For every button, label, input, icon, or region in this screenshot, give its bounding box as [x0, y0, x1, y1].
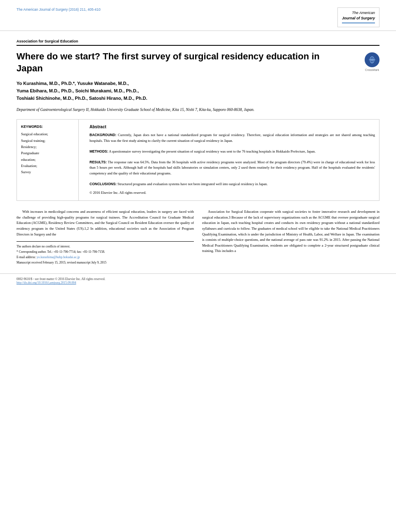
section-label: Association for Surgical Education [16, 39, 380, 46]
email-link[interactable]: yo.kurashima@huhp.hokudai.ac.jp [37, 255, 80, 259]
main-content: Association for Surgical Education Where… [0, 31, 396, 273]
email-line: E-mail address: yo.kurashima@huhp.hokuda… [16, 255, 194, 260]
body-right-text: Association for Surgical Education coope… [202, 209, 380, 254]
background-text: Currently, Japan does not have a nationa… [90, 133, 375, 142]
keyword-1: Surgical education; [21, 131, 74, 137]
methods-label: METHODS: [90, 149, 108, 153]
authors-line1: Yo Kurashima, M.D., Ph.D.*, Yusuke Watan… [16, 80, 380, 87]
keywords-abstract-box: KEYWORDS: Surgical education; Surgical t… [16, 119, 380, 201]
background-label: BACKGROUND: [90, 133, 116, 137]
results-text: The response rate was 64.5%. Data from t… [90, 160, 375, 175]
body-left-text: With increases in medicolegal concerns a… [16, 209, 194, 237]
keyword-2: Surgical training; [21, 138, 74, 144]
received-line: Manuscript received February 15, 2015; r… [16, 260, 194, 266]
abstract-methods: METHODS: A questionnaire survey investig… [90, 149, 316, 153]
methods-text: A questionnaire survey investigating the… [109, 149, 316, 153]
conclusions-text: Structured programs and evaluation syste… [118, 182, 268, 186]
abstract-conclusions: CONCLUSIONS: Structured programs and eva… [90, 182, 268, 186]
keyword-7: Survey [21, 169, 74, 175]
results-label: RESULTS: [90, 160, 107, 164]
crossmark[interactable]: CrossMark [365, 52, 380, 71]
conclusions-label: CONCLUSIONS: [90, 182, 117, 186]
body-left-col: With increases in medicolegal concerns a… [16, 209, 194, 265]
keywords-list: Surgical education; Surgical training; R… [21, 131, 74, 175]
body-right-col: Association for Surgical Education coope… [202, 209, 380, 265]
copyright-line: © 2016 Elsevier Inc. All rights reserved… [90, 190, 375, 195]
article-title: Where do we start? The first survey of s… [16, 51, 330, 74]
logo-line1: The American [342, 10, 375, 16]
email-label: E-mail address: [16, 255, 36, 259]
bottom-strip: 0002-9610/$ - see front matter © 2016 El… [0, 273, 396, 288]
logo-bottom [342, 22, 375, 24]
abstract-text: BACKGROUND: Currently, Japan does not ha… [90, 132, 375, 195]
conflict-statement: The authors declare no conflicts of inte… [16, 244, 194, 250]
crossmark-icon[interactable] [365, 52, 380, 67]
abstract-title: Abstract [90, 125, 375, 129]
logo-line2: Journal of Surgery [342, 16, 375, 21]
doi-link[interactable]: http://dx.doi.org/10.1016/j.amjsurg.2015… [16, 281, 380, 285]
affiliation: Department of Gastroenterological Surger… [16, 107, 380, 113]
title-area: Where do we start? The first survey of s… [16, 51, 380, 74]
journal-citation: The American Journal of Surgery (2016) 2… [16, 7, 101, 12]
authors: Yo Kurashima, M.D., Ph.D.*, Yusuke Watan… [16, 80, 380, 102]
keywords-col: KEYWORDS: Surgical education; Surgical t… [17, 120, 79, 200]
keyword-5: education; [21, 157, 74, 163]
abstract-background: BACKGROUND: Currently, Japan does not ha… [90, 133, 375, 142]
keyword-4: Postgraduate [21, 150, 74, 156]
crossmark-label: CrossMark [365, 68, 379, 71]
keywords-title: KEYWORDS: [21, 125, 74, 129]
authors-line2: Yuma Ebihara, M.D., Ph.D., Soichi Muraka… [16, 87, 380, 95]
top-header: The American Journal of Surgery (2016) 2… [0, 0, 396, 31]
issn-line: 0002-9610/$ - see front matter © 2016 El… [16, 277, 380, 281]
page: The American Journal of Surgery (2016) 2… [0, 0, 396, 532]
abstract-results: RESULTS: The response rate was 64.5%. Da… [90, 160, 375, 175]
abstract-col: Abstract BACKGROUND: Currently, Japan do… [85, 120, 379, 200]
corresponding-author: * Corresponding author. Tel.: +81-11-706… [16, 250, 194, 255]
body-columns: With increases in medicolegal concerns a… [16, 209, 380, 265]
footnotes: The authors declare no conflicts of inte… [16, 241, 194, 265]
keyword-6: Evaluation; [21, 163, 74, 169]
journal-logo: The American Journal of Surgery [337, 7, 380, 27]
authors-line3: Toshiaki Shichinohe, M.D., Ph.D., Satosh… [16, 95, 380, 102]
keyword-3: Residency; [21, 144, 74, 150]
